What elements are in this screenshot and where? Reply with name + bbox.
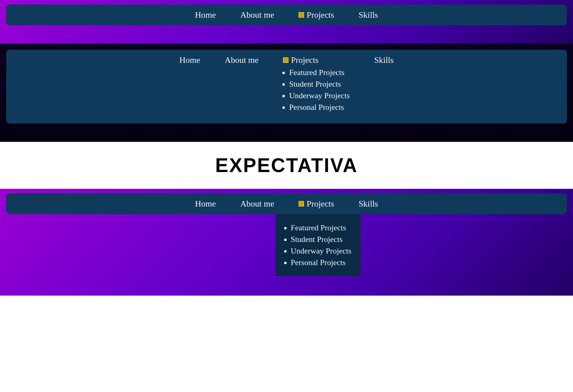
- bottom-dropdown-personal[interactable]: Personal Projects: [291, 258, 351, 267]
- projects-wrapper-expanded: Projects Featured Projects Student Proje…: [283, 55, 350, 114]
- nav-home-bottom[interactable]: Home: [195, 199, 216, 209]
- dropdown-item-underway[interactable]: Underway Projects: [289, 91, 350, 100]
- nav-about-top[interactable]: About me: [240, 10, 274, 20]
- navbar-top: Home About me Projects Skills: [6, 5, 567, 25]
- nav-about-bottom[interactable]: About me: [240, 199, 274, 209]
- nav-home-expanded[interactable]: Home: [179, 55, 200, 65]
- dropdown-item-personal[interactable]: Personal Projects: [289, 103, 350, 112]
- nav-skills-top[interactable]: Skills: [359, 10, 378, 20]
- page-title: EXPECTATIVA: [6, 154, 567, 177]
- dropdown-item-student[interactable]: Student Projects: [289, 80, 350, 89]
- nav-home-top[interactable]: Home: [195, 10, 216, 20]
- nav-projects-expanded[interactable]: Projects: [283, 55, 350, 65]
- nav-skills-bottom[interactable]: Skills: [359, 199, 378, 209]
- nav-about-expanded[interactable]: About me: [225, 55, 259, 65]
- bottom-dropdown-panel: Featured Projects Student Projects Under…: [275, 214, 361, 276]
- projects-dropdown-bottom: Featured Projects Student Projects Under…: [285, 223, 351, 267]
- nav-skills-expanded[interactable]: Skills: [374, 55, 394, 65]
- section-2: Home About me Projects Featured Projects…: [0, 44, 573, 142]
- projects-icon-top: [299, 12, 304, 18]
- nav-projects-bottom[interactable]: Projects: [299, 199, 334, 209]
- navbar-bottom-wrapper: Home About me Projects Skills Featured P…: [6, 193, 567, 214]
- projects-dropdown-expanded: Featured Projects Student Projects Under…: [283, 68, 350, 114]
- section-4: Home About me Projects Skills Featured P…: [0, 189, 573, 296]
- nav-projects-top[interactable]: Projects: [299, 10, 334, 20]
- bottom-dropdown-underway[interactable]: Underway Projects: [291, 246, 351, 256]
- projects-icon-expanded: [283, 57, 288, 63]
- section-1: Home About me Projects Skills: [0, 0, 573, 44]
- navbar-expanded: Home About me Projects Featured Projects…: [6, 50, 567, 124]
- dropdown-item-featured[interactable]: Featured Projects: [289, 68, 350, 77]
- section-3: EXPECTATIVA: [0, 142, 573, 189]
- bottom-dropdown-featured[interactable]: Featured Projects: [291, 223, 351, 232]
- bottom-dropdown-student[interactable]: Student Projects: [291, 235, 351, 244]
- projects-icon-bottom: [299, 201, 304, 207]
- navbar-bottom: Home About me Projects Skills: [6, 193, 567, 214]
